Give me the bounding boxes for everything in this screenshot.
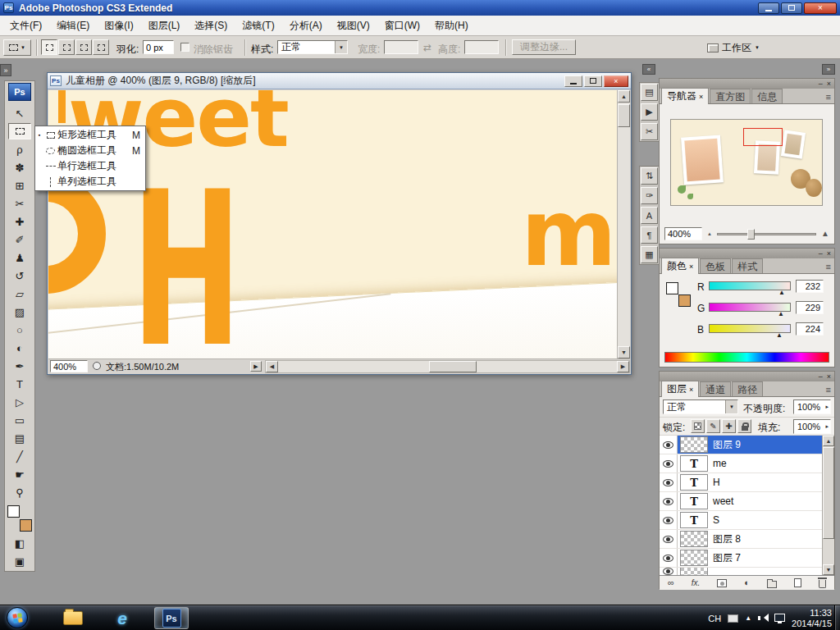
refine-edge-button[interactable]: 调整边缘...: [512, 39, 576, 55]
height-input[interactable]: [464, 40, 499, 54]
type-tool[interactable]: T: [8, 376, 31, 392]
collapsed-panel-icon-4[interactable]: ⇅: [641, 167, 658, 185]
layer-row[interactable]: T S: [660, 511, 822, 530]
delete-layer-icon[interactable]: [819, 580, 826, 588]
blue-slider-thumb[interactable]: ▲: [776, 332, 783, 339]
panel-close-icon[interactable]: ×: [827, 249, 831, 258]
horizontal-scroll-thumb[interactable]: [429, 361, 477, 372]
tab-color[interactable]: 颜色×: [661, 258, 699, 274]
collapsed-panel-icon-5[interactable]: ✑: [641, 187, 658, 204]
menu-select[interactable]: 选择(S): [187, 16, 235, 35]
collapsed-panel-icon-2[interactable]: ▶: [641, 103, 658, 121]
tab-close-icon[interactable]: ×: [689, 386, 693, 394]
taskbar-ie-button[interactable]: e: [105, 607, 139, 629]
background-color-swatch[interactable]: [20, 519, 32, 532]
visibility-cell[interactable]: [660, 511, 678, 529]
document-titlebar[interactable]: Ps 儿童相册 @ 400% (图层 9, RGB/8) [缩放后] ×: [48, 73, 631, 89]
visibility-cell[interactable]: [660, 568, 678, 575]
tool-preset-button[interactable]: ▼: [3, 39, 31, 56]
path-selection-tool[interactable]: ▷: [8, 394, 31, 410]
flyout-item-rect-marquee[interactable]: ▪ 矩形选框工具 M: [35, 127, 145, 143]
lasso-tool[interactable]: ρ: [8, 141, 31, 158]
collapsed-panel-icon-1[interactable]: ▤: [641, 84, 658, 101]
foreground-color-swatch[interactable]: [7, 505, 20, 518]
quick-mask-button[interactable]: ◧: [8, 535, 31, 551]
navigator-view-box[interactable]: [743, 128, 783, 146]
color-spectrum-ramp[interactable]: [664, 352, 829, 363]
panel-minimize-icon[interactable]: –: [819, 372, 823, 381]
scroll-up-icon[interactable]: ▲: [618, 90, 630, 103]
navigator-zoom-input[interactable]: 400%: [664, 227, 702, 240]
minimize-button[interactable]: [758, 2, 779, 14]
layer-thumbnail[interactable]: T: [680, 512, 708, 528]
layer-row[interactable]: T H: [660, 473, 822, 492]
taskbar-explorer-button[interactable]: [56, 607, 90, 629]
red-value-input[interactable]: 232: [796, 280, 824, 293]
lock-transparency-button[interactable]: [691, 419, 705, 433]
layer-thumbnail[interactable]: [680, 550, 708, 566]
close-button[interactable]: ×: [804, 2, 837, 14]
layer-thumbnail[interactable]: [680, 436, 708, 453]
add-selection-mode-button[interactable]: [58, 39, 75, 55]
menu-window[interactable]: 窗口(W): [377, 16, 427, 35]
layer-mask-icon[interactable]: [717, 579, 727, 587]
collapsed-panel-icon-6[interactable]: A: [641, 207, 658, 224]
tab-layers[interactable]: 图层×: [661, 381, 699, 397]
width-input[interactable]: [384, 40, 418, 54]
collapsed-panel-icon-8[interactable]: ▦: [641, 246, 658, 263]
visibility-cell[interactable]: [660, 454, 678, 472]
notes-tool[interactable]: ▤: [8, 430, 31, 446]
zoom-input[interactable]: 400%: [50, 360, 88, 372]
vertical-scroll-thumb[interactable]: [618, 104, 630, 127]
gradient-tool[interactable]: ▨: [8, 304, 31, 320]
feather-input[interactable]: [143, 40, 174, 54]
panel-minimize-icon[interactable]: –: [819, 249, 823, 258]
dock-expand-button[interactable]: «: [642, 64, 655, 75]
tab-close-icon[interactable]: ×: [699, 93, 703, 101]
scroll-up-icon[interactable]: ▲: [823, 436, 834, 446]
menu-layer[interactable]: 图层(L): [141, 16, 188, 35]
layer-row-partial[interactable]: [660, 568, 822, 575]
visibility-cell[interactable]: [660, 530, 678, 548]
layer-row[interactable]: 图层 7: [660, 549, 822, 568]
layer-row[interactable]: 图层 9: [660, 436, 822, 454]
green-slider-thumb[interactable]: ▲: [778, 311, 784, 317]
menu-edit[interactable]: 编辑(E): [49, 16, 97, 35]
antialias-checkbox[interactable]: [180, 43, 189, 52]
panel-menu-icon[interactable]: ≡: [826, 262, 831, 272]
flyout-item-single-row-marquee[interactable]: 单行选框工具: [35, 158, 145, 174]
panel-minimize-icon[interactable]: –: [819, 80, 823, 88]
flyout-item-single-column-marquee[interactable]: 单列选框工具: [35, 174, 145, 189]
pen-tool[interactable]: ✒: [8, 358, 31, 374]
visibility-cell[interactable]: [660, 436, 678, 454]
zoom-out-icon[interactable]: ▲: [707, 231, 712, 236]
layer-row[interactable]: T me: [660, 454, 822, 473]
visibility-cell[interactable]: [660, 473, 678, 491]
swap-dimensions-icon[interactable]: ⇄: [423, 42, 431, 53]
lock-pixels-button[interactable]: ✎: [706, 419, 720, 433]
scroll-left-icon[interactable]: ◀: [266, 361, 278, 372]
doc-minimize-button[interactable]: [564, 75, 582, 87]
tab-info[interactable]: 信息: [751, 89, 783, 103]
rectangular-marquee-tool[interactable]: [8, 123, 31, 139]
menu-analysis[interactable]: 分析(A): [282, 16, 330, 35]
quick-selection-tool[interactable]: ✽: [8, 159, 31, 176]
lock-all-button[interactable]: [737, 419, 751, 433]
layer-row[interactable]: 图层 8: [660, 530, 822, 549]
keyboard-icon[interactable]: [728, 614, 738, 623]
new-selection-mode-button[interactable]: [41, 39, 57, 55]
left-dock-collapse-button[interactable]: »: [0, 64, 11, 76]
zoom-slider-thumb[interactable]: [747, 229, 755, 240]
healing-brush-tool[interactable]: ✚: [8, 213, 31, 230]
tab-navigator[interactable]: 导航器×: [661, 88, 709, 104]
eyedropper-tool[interactable]: ╱: [8, 448, 31, 464]
style-dropdown[interactable]: 正常 ▼: [277, 40, 348, 54]
panel-close-icon[interactable]: ×: [827, 372, 831, 381]
link-layers-icon[interactable]: ∞: [668, 578, 674, 587]
spinner-icon[interactable]: ▸: [823, 404, 829, 410]
layer-thumbnail[interactable]: [680, 531, 708, 547]
navigator-thumbnail[interactable]: [670, 119, 823, 206]
scroll-down-icon[interactable]: ▼: [618, 346, 630, 358]
workspace-button[interactable]: 工作区 ▼: [702, 39, 765, 56]
visibility-cell[interactable]: [660, 549, 678, 567]
